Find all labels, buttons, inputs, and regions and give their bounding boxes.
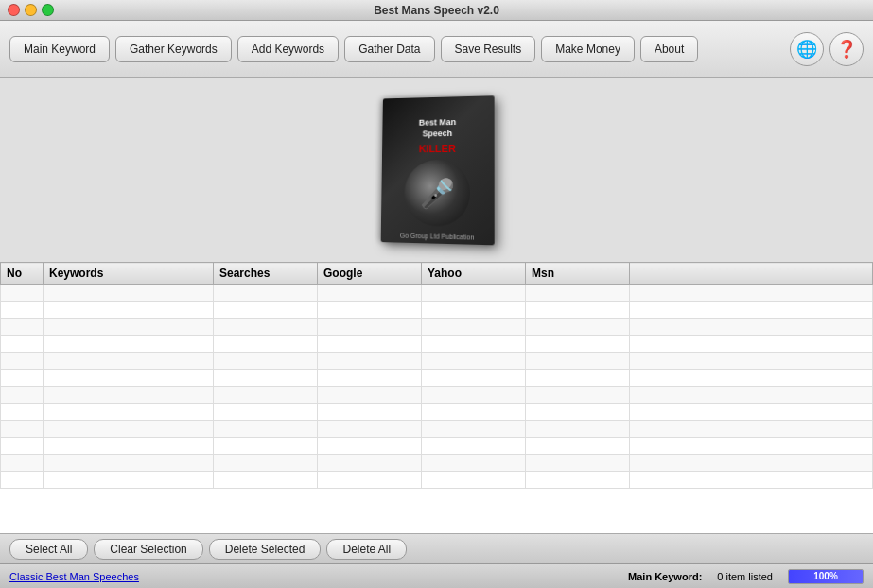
progress-bar-fill: 100% [789, 570, 863, 583]
globe-icon-button[interactable]: 🌐 [790, 32, 824, 66]
gather-keywords-button[interactable]: Gather Keywords [115, 36, 232, 62]
bottom-toolbar: Select All Clear Selection Delete Select… [0, 533, 873, 563]
book-killer: KILLER [418, 143, 455, 154]
window-title: Best Mans Speech v2.0 [374, 4, 499, 17]
main-keyword-button[interactable]: Main Keyword [9, 36, 110, 62]
table-row [1, 336, 873, 353]
table-row [1, 421, 873, 438]
help-icon: ❓ [836, 39, 857, 60]
table-row [1, 302, 873, 319]
add-keywords-button[interactable]: Add Keywords [237, 36, 339, 62]
help-icon-button[interactable]: ❓ [829, 32, 864, 66]
col-searches: Searches [214, 263, 318, 285]
table-row [1, 438, 873, 455]
clear-selection-button[interactable]: Clear Selection [94, 539, 202, 560]
col-no: No [1, 263, 44, 285]
items-listed: 0 item listed [717, 571, 773, 582]
col-yahoo: Yahoo [422, 263, 526, 285]
minimize-button[interactable] [25, 4, 37, 16]
save-results-button[interactable]: Save Results [441, 36, 536, 62]
table-row [1, 387, 873, 404]
delete-all-button[interactable]: Delete All [326, 539, 407, 560]
title-bar: Best Mans Speech v2.0 [0, 0, 873, 21]
book-publisher: Go Group Ltd Publication [399, 233, 474, 241]
col-extra [630, 263, 873, 285]
table-row [1, 353, 873, 370]
col-msn: Msn [526, 263, 630, 285]
data-table-container[interactable]: No Keywords Searches Google Yahoo Msn [0, 262, 873, 533]
window-controls[interactable] [8, 4, 54, 16]
close-button[interactable] [8, 4, 20, 16]
status-link[interactable]: Classic Best Man Speeches [9, 571, 139, 582]
toolbar-icons: 🌐 ❓ [790, 32, 864, 66]
maximize-button[interactable] [42, 4, 54, 16]
col-google: Google [318, 263, 422, 285]
status-bar: Classic Best Man Speeches Main Keyword: … [0, 563, 873, 588]
image-area: Best Man Speech KILLER 🎤 Go Group Ltd Pu… [0, 78, 873, 262]
main-keyword-label: Main Keyword: [628, 571, 702, 582]
progress-percent: 100% [813, 571, 838, 581]
main-area: Best Man Speech KILLER 🎤 Go Group Ltd Pu… [0, 78, 873, 533]
globe-icon: 🌐 [796, 39, 817, 60]
data-table: No Keywords Searches Google Yahoo Msn [0, 262, 873, 489]
table-row [1, 319, 873, 336]
book-cover: Best Man Speech KILLER 🎤 Go Group Ltd Pu… [380, 95, 494, 245]
delete-selected-button[interactable]: Delete Selected [209, 539, 322, 560]
status-right: Main Keyword: 0 item listed 100% [628, 569, 864, 584]
table-row [1, 285, 873, 302]
book-title: Best Man Speech [414, 113, 460, 144]
progress-bar-container: 100% [788, 569, 864, 584]
table-row [1, 455, 873, 472]
col-keywords: Keywords [44, 263, 214, 285]
toolbar: Main Keyword Gather Keywords Add Keyword… [0, 21, 873, 78]
table-row [1, 472, 873, 489]
make-money-button[interactable]: Make Money [541, 36, 635, 62]
microphone-icon: 🎤 [404, 160, 470, 227]
table-row [1, 370, 873, 387]
table-row [1, 404, 873, 421]
gather-data-button[interactable]: Gather Data [344, 36, 434, 62]
select-all-button[interactable]: Select All [9, 539, 88, 560]
about-button[interactable]: About [640, 36, 698, 62]
